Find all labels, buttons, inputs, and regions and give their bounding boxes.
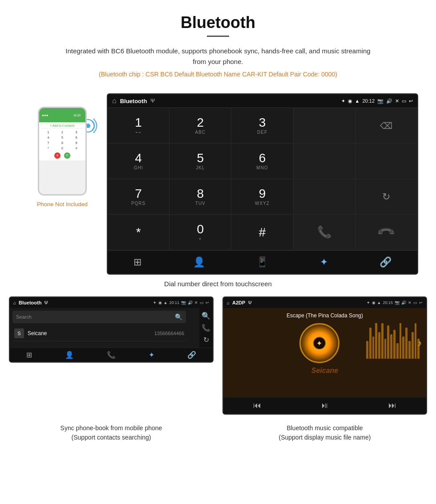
phone-mock-screen: ●●● M:20 (39, 108, 85, 122)
camera-icon: 📷 (377, 98, 384, 104)
next-track-icon[interactable]: ⏭ (388, 401, 396, 410)
dial-key-6[interactable]: 6 MNO (231, 144, 293, 179)
search-bar[interactable]: Search 🔍 (12, 311, 186, 323)
pb-grid-icon[interactable]: ⊞ (26, 351, 32, 359)
dial-key-star[interactable]: * (108, 215, 170, 250)
dial-key-1[interactable]: 1 ⌁⌁ (108, 108, 170, 144)
ms-close-icon[interactable]: ✕ (408, 300, 412, 305)
phonebook-status-right: ✦ ◉ ▲ 20:11 📷 🔊 ✕ ▭ ↩ (153, 300, 209, 305)
status-bar-right: ✦ ◉ ▲ 20:12 📷 🔊 ✕ ▭ ↩ (341, 98, 413, 104)
music-home-icon[interactable]: ⌂ (227, 300, 230, 305)
ms-back-icon[interactable]: ↩ (419, 300, 423, 305)
call-icon: 📞 (317, 225, 331, 239)
ms-loc-icon: ◉ (372, 300, 375, 305)
dial-empty-3 (294, 179, 355, 215)
pb-bt-bottom-icon[interactable]: ✦ (149, 351, 154, 359)
music-usb-icon: Ψ (248, 300, 251, 305)
dial-backspace[interactable]: ⌫ (355, 108, 417, 144)
phone-mock: ●●● M:20 + Add to Contacts 123 456 789 *… (38, 107, 87, 196)
pb-back-icon[interactable]: ↩ (206, 300, 209, 305)
ms-cam-icon: 📷 (395, 300, 400, 305)
pb-vol-icon: 🔊 (188, 300, 193, 305)
contact-number: 13566664466 (154, 331, 184, 336)
status-bar-left: ⌂ Bluetooth Ψ (112, 97, 155, 105)
close-icon[interactable]: ✕ (395, 98, 399, 104)
dial-key-hash[interactable]: # (231, 215, 293, 250)
contacts-icon[interactable]: 👤 (186, 254, 212, 270)
window-icon: ▭ (402, 98, 406, 104)
end-call-icon: 📞 (376, 222, 396, 242)
dial-key-2[interactable]: 2 ABC (170, 108, 231, 144)
prev-track-icon[interactable]: ⏮ (253, 401, 261, 410)
pb-win-icon: ▭ (200, 300, 204, 305)
page-description: Integrated with BC6 Bluetooth module, su… (62, 46, 374, 67)
disc-inner: ✦ (313, 336, 326, 350)
dial-status-bar: ⌂ Bluetooth Ψ ✦ ◉ ▲ 20:12 📷 🔊 ✕ ▭ ↩ (108, 94, 417, 108)
dial-call[interactable]: 📞 (294, 215, 355, 250)
music-title: A2DP (232, 300, 245, 305)
phonebook-home-icon[interactable]: ⌂ (13, 300, 16, 305)
pb-phone-bottom-icon[interactable]: 📞 (107, 351, 116, 359)
ms-bt-icon: ✦ (367, 300, 370, 305)
eq-bar-1 (366, 341, 368, 359)
dial-refresh[interactable]: ↻ (355, 179, 417, 215)
contact-name: Seicane (28, 330, 154, 336)
dial-empty-1 (294, 144, 355, 179)
backspace-icon: ⌫ (380, 120, 392, 131)
pb-close-icon[interactable]: ✕ (194, 300, 198, 305)
dial-key-4[interactable]: 4 GHI (108, 144, 170, 179)
dial-key-9[interactable]: 9 WXYZ (231, 179, 293, 215)
phone-illustration: ⦿ ●●● M:20 + Add to Contacts 123 456 (18, 93, 107, 208)
music-caption-text: Bluetooth music compatible(Support displ… (279, 424, 371, 441)
eq-bar-17 (415, 323, 417, 359)
pb-loc-icon: ◉ (158, 300, 162, 305)
bluetooth-bottom-icon[interactable]: ✦ (313, 254, 335, 270)
contact-row[interactable]: S Seicane 13566664466 (12, 326, 186, 341)
dial-screen: ⌂ Bluetooth Ψ ✦ ◉ ▲ 20:12 📷 🔊 ✕ ▭ ↩ 1 ⌁⌁ (107, 93, 418, 275)
phonebook-usb-icon: Ψ (44, 300, 48, 305)
side-phone-icon[interactable]: 📞 (202, 324, 210, 332)
dial-screen-title: Bluetooth (120, 98, 147, 104)
link-icon[interactable]: 🔗 (373, 254, 398, 270)
volume-icon: 🔊 (386, 98, 392, 104)
music-status-bar: ⌂ A2DP Ψ ✦ ◉ ▲ 20:15 📷 🔊 ✕ ▭ ↩ (223, 297, 426, 308)
grid-icon[interactable]: ⊞ (127, 254, 148, 270)
eq-bars (364, 323, 422, 363)
phonebook-wrap: ⌂ Bluetooth Ψ ✦ ◉ ▲ 20:11 📷 🔊 ✕ ▭ ↩ (9, 296, 214, 415)
pb-contacts-icon[interactable]: 👤 (65, 351, 74, 359)
eq-bar-9 (390, 334, 392, 359)
refresh-icon: ↻ (382, 191, 390, 203)
phone-wrapper: ⦿ ●●● M:20 + Add to Contacts 123 456 (38, 107, 87, 196)
dial-key-8[interactable]: 8 TUV (170, 179, 231, 215)
side-refresh-icon[interactable]: ↻ (203, 336, 209, 344)
time-display: 20:12 (362, 98, 375, 104)
contact-letter: S (14, 328, 24, 338)
pb-time: 20:11 (169, 300, 179, 305)
dial-key-3[interactable]: 3 DEF (231, 108, 293, 144)
phonebook-bottom-bar: ⊞ 👤 📞 ✦ 🔗 (10, 348, 213, 362)
music-caption: Bluetooth music compatible(Support displ… (222, 424, 427, 442)
bottom-captions: Sync phone-book from mobile phone(Suppor… (0, 424, 436, 451)
side-search-icon[interactable]: 🔍 (202, 312, 210, 320)
phonebook-caption-text: Sync phone-book from mobile phone(Suppor… (61, 424, 162, 441)
eq-bar-10 (393, 330, 396, 359)
phone-icon[interactable]: 📱 (250, 254, 275, 270)
eq-bar-6 (381, 323, 384, 359)
back-icon[interactable]: ↩ (409, 98, 413, 104)
play-pause-icon[interactable]: ⏯ (321, 401, 329, 410)
pb-signal-icon: ▲ (164, 300, 168, 305)
phonebook-side-icons: 🔍 📞 ↻ (199, 308, 213, 348)
phonebook-screen: ⌂ Bluetooth Ψ ✦ ◉ ▲ 20:11 📷 🔊 ✕ ▭ ↩ (9, 296, 214, 363)
ms-time: 20:15 (383, 300, 393, 305)
eq-bar-3 (372, 336, 375, 359)
home-icon[interactable]: ⌂ (112, 97, 117, 105)
phonebook-title: Bluetooth (19, 300, 41, 305)
phonebook-content: Search 🔍 S Seicane 13566664466 (10, 308, 199, 348)
music-content: Escape (The Pina Colada Song) ✦ ♪ (223, 308, 426, 397)
dial-key-7[interactable]: 7 PQRS (108, 179, 170, 215)
dial-key-0[interactable]: 0 + (170, 215, 231, 250)
dial-key-5[interactable]: 5 JKL (170, 144, 231, 179)
dial-endcall[interactable]: 📞 (355, 215, 417, 250)
search-icon[interactable]: 🔍 (175, 313, 182, 320)
pb-link-icon[interactable]: 🔗 (187, 351, 196, 359)
